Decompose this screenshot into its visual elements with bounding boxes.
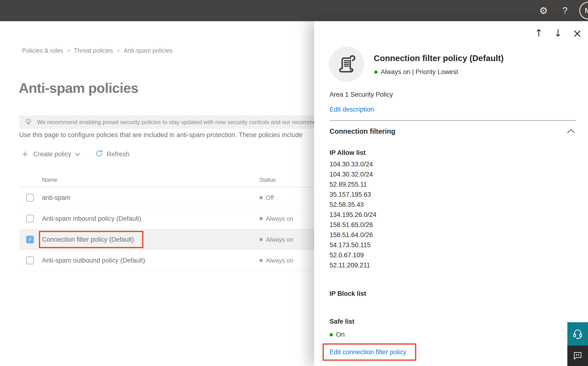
policy-detail-flyout: ↑ ↓ × Connectio [314, 21, 588, 366]
flyout-title: Connection filter policy (Default) [374, 53, 504, 63]
policy-name-link[interactable]: Connection filter policy (Default) [39, 231, 143, 248]
create-policy-button[interactable]: + Create policy [22, 149, 80, 159]
status-dot [259, 196, 263, 199]
support-button[interactable] [567, 322, 588, 346]
chevron-down-icon [75, 153, 80, 157]
status-cell: Always on [259, 257, 293, 264]
row-checkbox[interactable] [26, 257, 34, 264]
annotation-box: Edit connection filter policy [323, 343, 416, 361]
ip-address: 35.157.195.63 [330, 190, 376, 200]
safe-list-status: On [330, 331, 345, 338]
column-header-status[interactable]: Status [259, 176, 276, 183]
policy-table-body: anti-spamOffAnti-spam inbound policy (De… [19, 187, 314, 271]
status-text: Always on [266, 236, 293, 243]
safe-list-label: Safe list [330, 318, 354, 325]
refresh-label: Refresh [107, 151, 129, 158]
chevron-right-icon: > [67, 48, 70, 54]
create-policy-label: Create policy [33, 151, 71, 158]
topbar: ⚙ ? M [0, 0, 588, 21]
refresh-button[interactable]: Refresh [95, 150, 129, 159]
divider [330, 120, 575, 121]
breadcrumb-anti-spam-policies[interactable]: Anti-spam policies [124, 47, 172, 54]
status-text: Always on [266, 257, 293, 264]
chevron-right-icon: > [117, 48, 120, 54]
table-row[interactable]: ✓Connection filter policy (Default)Alway… [19, 229, 314, 250]
ip-address: 52.89.255.11 [330, 179, 376, 190]
edit-connection-filter-policy-link[interactable]: Edit connection filter policy [330, 348, 406, 356]
table-row[interactable]: anti-spamOff [19, 187, 314, 208]
breadcrumb: Policies & rules > Threat policies > Ant… [22, 47, 172, 54]
headset-icon [572, 328, 583, 340]
row-checkbox[interactable] [26, 194, 34, 201]
status-cell: Off [259, 194, 274, 201]
status-cell: Always on [259, 236, 293, 243]
table-row[interactable]: Anti-spam outbound policy (Default)Alway… [19, 250, 314, 271]
policy-name-link[interactable]: Anti-spam outbound policy (Default) [42, 257, 145, 264]
lightbulb-icon [24, 117, 33, 127]
plus-icon: + [22, 149, 28, 159]
flyout-status-text: Always on | Priority Lowest [381, 68, 458, 76]
section-title-connection-filtering: Connection filtering [330, 128, 395, 135]
chat-bubble-icon [573, 350, 583, 361]
help-icon[interactable]: ? [558, 6, 572, 16]
refresh-icon [95, 150, 103, 159]
status-dot [374, 70, 378, 74]
row-checkbox[interactable]: ✓ [26, 236, 34, 243]
breadcrumb-threat-policies[interactable]: Threat policies [74, 47, 113, 54]
ip-address: 54.173.50.115 [330, 240, 376, 250]
ip-address: 158.51.64.0/26 [330, 230, 376, 240]
flyout-controls: ↑ ↓ × [533, 26, 583, 40]
safe-list-value: On [336, 331, 345, 338]
edit-description-link[interactable]: Edit description [330, 106, 374, 113]
status-dot [259, 238, 263, 241]
feedback-button[interactable] [567, 346, 588, 366]
page-description: Use this page to configure policies that… [19, 131, 314, 139]
screen: ⚙ ? M Policies & rules > Threat policies… [0, 0, 588, 366]
close-icon[interactable]: × [571, 26, 583, 40]
policy-name-link[interactable]: anti-spam [42, 194, 71, 201]
ip-address: 134.195.26.0/24 [330, 210, 376, 220]
policy-name-link[interactable]: Anti-spam inbound policy (Default) [42, 215, 141, 222]
toolbar: + Create policy Refresh [22, 148, 129, 160]
recommendation-banner: We recommend enabling preset security po… [19, 115, 314, 129]
ip-address: 52.0.67.109 [330, 250, 376, 260]
column-header-name[interactable]: Name [42, 176, 57, 183]
settings-gear-icon[interactable]: ⚙ [535, 5, 552, 16]
policy-description: Area 1 Security Policy [330, 91, 393, 98]
account-avatar[interactable]: M [579, 2, 588, 19]
ip-allow-list-label: IP Allow list [330, 149, 366, 157]
ip-address: 104.30.32.0/24 [330, 169, 376, 179]
table-row[interactable]: Anti-spam inbound policy (Default)Always… [19, 208, 314, 229]
ip-allow-list: 104.30.33.0/24104.30.32.0/2452.89.255.11… [330, 159, 376, 270]
policy-scroll-icon [337, 54, 356, 74]
ip-block-list-label: IP Block list [330, 290, 366, 297]
ip-address: 104.30.33.0/24 [330, 159, 376, 169]
status-text: Off [266, 194, 274, 201]
table-header: Name Status [19, 171, 314, 187]
status-cell: Always on [259, 215, 293, 222]
banner-text: We recommend enabling preset security po… [37, 119, 314, 126]
page-title: Anti-spam policies [19, 80, 138, 96]
status-dot [259, 217, 263, 220]
previous-item-up-arrow-icon[interactable]: ↑ [533, 26, 545, 40]
row-checkbox[interactable] [26, 215, 34, 222]
status-text: Always on [266, 215, 293, 222]
chevron-up-icon[interactable] [567, 129, 575, 135]
policy-icon-circle [329, 47, 364, 82]
policy-table: Name Status anti-spamOffAnti-spam inboun… [19, 171, 314, 271]
flyout-status: Always on | Priority Lowest [374, 68, 458, 76]
next-item-down-arrow-icon[interactable]: ↓ [552, 26, 564, 40]
ip-address: 158.51.65.0/26 [330, 220, 376, 230]
ip-address: 52.11.209.211 [330, 260, 376, 270]
breadcrumb-policies-rules[interactable]: Policies & rules [22, 47, 63, 54]
status-dot [259, 259, 263, 262]
status-dot [330, 333, 333, 336]
ip-address: 52.58.35.43 [330, 200, 376, 210]
